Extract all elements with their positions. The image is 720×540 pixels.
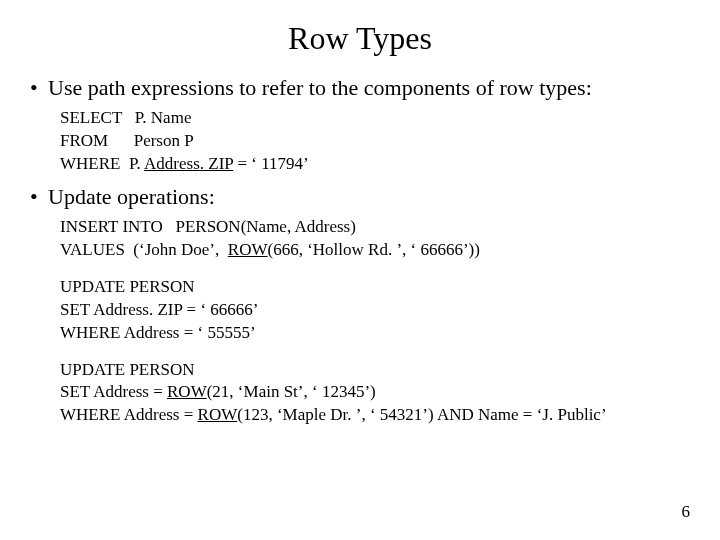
code4-line3a: WHERE Address = bbox=[60, 405, 198, 424]
code-block-3: UPDATE PERSON SET Address. ZIP = ‘ 66666… bbox=[60, 276, 720, 345]
code1-line3b: Address. ZIP bbox=[144, 154, 233, 173]
page-number: 6 bbox=[682, 502, 691, 522]
code3-line2: SET Address. ZIP = ‘ 66666’ bbox=[60, 299, 720, 322]
code4-line1: UPDATE PERSON bbox=[60, 359, 720, 382]
code4-line3b: ROW bbox=[198, 405, 238, 424]
code4-line2a: SET Address = bbox=[60, 382, 167, 401]
code-block-4: UPDATE PERSON SET Address = ROW(21, ‘Mai… bbox=[60, 359, 720, 428]
code2-line1: INSERT INTO PERSON(Name, Address) bbox=[60, 217, 356, 236]
bullet-2: Update operations: bbox=[30, 184, 720, 210]
bullet-1: Use path expressions to refer to the com… bbox=[30, 75, 720, 101]
code1-line3c: = ‘ 11794’ bbox=[233, 154, 309, 173]
code2-line2b: ROW bbox=[228, 240, 268, 259]
code1-line1: SELECT P. Name bbox=[60, 108, 191, 127]
bullet-list-2: Update operations: bbox=[30, 184, 720, 210]
code2-line2c: (666, ‘Hollow Rd. ’, ‘ 66666’)) bbox=[267, 240, 479, 259]
slide-title: Row Types bbox=[0, 0, 720, 75]
code-block-1: SELECT P. Name FROM Person P WHERE P. Ad… bbox=[60, 107, 720, 176]
code4-line3c: (123, ‘Maple Dr. ’, ‘ 54321’) AND Name =… bbox=[237, 405, 606, 424]
code2-line2a: VALUES (‘John Doe’, bbox=[60, 240, 228, 259]
code4-line2c: (21, ‘Main St’, ‘ 12345’) bbox=[207, 382, 376, 401]
code1-line2: FROM Person P bbox=[60, 131, 194, 150]
code3-line3: WHERE Address = ‘ 55555’ bbox=[60, 322, 720, 345]
code1-line3a: WHERE P. bbox=[60, 154, 144, 173]
code-block-2: INSERT INTO PERSON(Name, Address) VALUES… bbox=[60, 216, 720, 262]
bullet-list: Use path expressions to refer to the com… bbox=[30, 75, 720, 101]
code3-line1: UPDATE PERSON bbox=[60, 276, 720, 299]
code4-line2b: ROW bbox=[167, 382, 207, 401]
